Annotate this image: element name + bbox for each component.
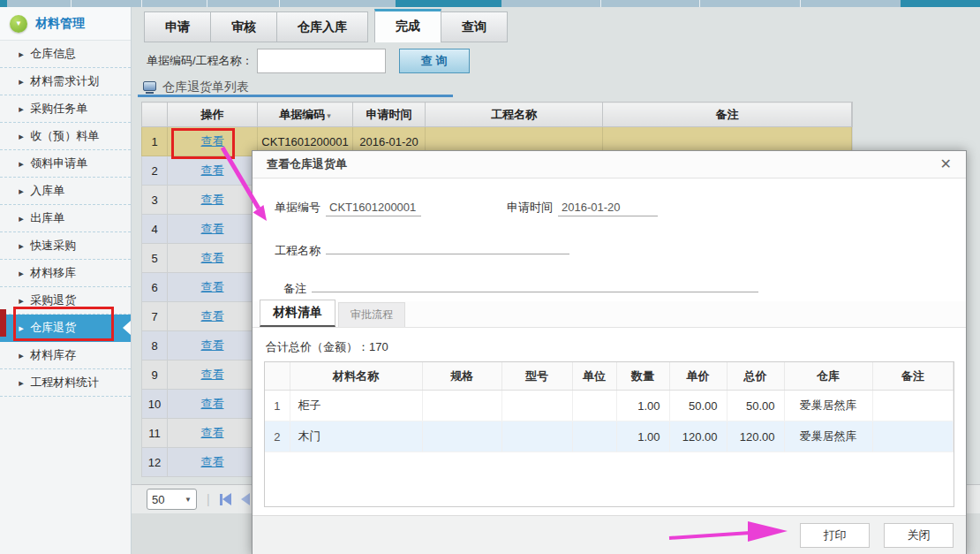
tab-0[interactable]: 申请 [144, 11, 211, 42]
material-cell [572, 421, 616, 452]
sidebar-header[interactable]: ▼ 材料管理 [0, 7, 131, 41]
row-number: 12 [142, 448, 168, 477]
sidebar-item-5[interactable]: ▶入库单 [0, 178, 131, 205]
sidebar-item-2[interactable]: ▶采购任务单 [0, 95, 131, 123]
sidebar-item-label: 快速采购 [30, 238, 76, 254]
sidebar-item-4[interactable]: ▶领料申请单 [0, 150, 131, 178]
sidebar-item-3[interactable]: ▶收（预）料单 [0, 123, 131, 150]
select-caret-icon: ▼ [185, 496, 192, 504]
row-number: 3 [142, 186, 168, 215]
row-number: 10 [142, 390, 168, 419]
material-col-4: 单位 [572, 362, 616, 391]
material-cell: 50.00 [669, 391, 727, 421]
dialog-titlebar: 查看仓库退货单 ✕ [253, 151, 966, 178]
sidebar-item-9[interactable]: ▶采购退货 [0, 287, 131, 315]
sidebar-item-label: 仓库信息 [30, 46, 76, 62]
field-project-name: 工程名称 [275, 239, 569, 259]
item-caret-icon: ▶ [19, 50, 24, 57]
item-caret-icon: ▶ [19, 187, 24, 194]
sidebar-item-6[interactable]: ▶出库单 [0, 205, 131, 232]
item-caret-icon: ▶ [19, 133, 24, 140]
sidebar-item-8[interactable]: ▶材料移库 [0, 260, 131, 287]
sidebar-item-label: 工程材料统计 [30, 375, 99, 391]
list-section-header: 仓库退货单列表 [143, 80, 249, 95]
material-table-header: 材料名称规格型号单位数量单价总价仓库备注 [265, 362, 954, 391]
top-strip [0, 0, 980, 7]
sort-caret-icon: ▾ [327, 111, 331, 120]
view-return-order-dialog: 查看仓库退货单 ✕ 单据编号 CKT1601200001 申请时间 2016-0… [252, 150, 967, 554]
material-cell: 爱巢居然库 [784, 421, 872, 452]
view-link[interactable]: 查看 [201, 455, 224, 468]
view-link[interactable]: 查看 [201, 309, 224, 323]
print-button[interactable]: 打印 [800, 523, 870, 548]
view-link[interactable]: 查看 [201, 193, 224, 206]
order-code-value: CKT1601200001 [326, 201, 421, 216]
row-number: 4 [142, 215, 168, 244]
view-link[interactable]: 查看 [201, 222, 224, 235]
tab-3[interactable]: 完成 [374, 9, 441, 42]
annotation-red-strip [0, 309, 6, 337]
sidebar-item-11[interactable]: ▶材料库存 [0, 342, 131, 369]
material-cell: 120.00 [669, 421, 727, 452]
view-link[interactable]: 查看 [201, 426, 224, 439]
material-cell [572, 391, 616, 421]
material-col-3: 型号 [501, 362, 572, 391]
sidebar-item-label: 材料库存 [30, 347, 76, 363]
total-amount-text: 合计总价（金额）：170 [266, 339, 388, 355]
material-cell: 柜子 [290, 391, 422, 421]
query-button[interactable]: 查 询 [399, 49, 470, 73]
sidebar-item-label: 采购任务单 [30, 101, 87, 117]
field-order-code: 单据编号 CKT1601200001 [275, 200, 421, 216]
field-apply-time: 申请时间 2016-01-20 [507, 200, 658, 216]
dialog-footer: 打印 关闭 [253, 515, 966, 554]
material-col-9: 备注 [872, 362, 954, 391]
sidebar-item-label: 领料申请单 [30, 156, 87, 171]
sidebar-item-12[interactable]: ▶工程材料统计 [0, 369, 131, 397]
material-cell [422, 391, 501, 421]
sidebar-menu: ▶仓库信息▶材料需求计划▶采购任务单▶收（预）料单▶领料申请单▶入库单▶出库单▶… [0, 41, 131, 397]
sidebar: ▼ 材料管理 ▶仓库信息▶材料需求计划▶采购任务单▶收（预）料单▶领料申请单▶入… [0, 7, 132, 554]
page-size-select[interactable]: 50 ▼ [147, 489, 197, 510]
item-caret-icon: ▶ [19, 242, 24, 249]
first-page-icon[interactable] [220, 493, 231, 505]
project-name-value [326, 239, 569, 254]
item-caret-icon: ▶ [19, 297, 24, 304]
dialog-tab-0[interactable]: 材料清单 [260, 300, 335, 327]
tab-2[interactable]: 仓库入库 [277, 11, 368, 42]
top-strip-teal-segment [396, 0, 501, 7]
material-cell [422, 421, 501, 452]
dialog-tab-1[interactable]: 审批流程 [338, 302, 405, 327]
view-link[interactable]: 查看 [201, 134, 224, 148]
col-code[interactable]: 单据编码▾ [258, 102, 353, 127]
sidebar-item-label: 采购退货 [30, 292, 76, 308]
col-action: 操作 [168, 102, 258, 127]
sidebar-item-1[interactable]: ▶材料需求计划 [0, 68, 131, 95]
view-link[interactable]: 查看 [201, 251, 224, 264]
col-remark: 备注 [603, 102, 852, 127]
row-number: 11 [142, 419, 168, 448]
close-icon[interactable]: ✕ [940, 157, 952, 171]
view-link[interactable]: 查看 [201, 368, 224, 381]
collapse-icon[interactable]: ▼ [10, 15, 27, 33]
dialog-title: 查看仓库退货单 [267, 156, 347, 172]
view-link[interactable]: 查看 [201, 163, 224, 177]
section-underline [138, 95, 453, 97]
sidebar-item-10[interactable]: ▶仓库退货 [0, 315, 131, 342]
top-strip-teal-segment [901, 0, 980, 7]
material-cell: 2 [265, 421, 290, 452]
field-remark: 备注 [283, 277, 758, 297]
monitor-icon [143, 81, 156, 91]
search-input[interactable] [257, 49, 386, 73]
view-link[interactable]: 查看 [201, 280, 224, 293]
sidebar-item-label: 仓库退货 [30, 320, 76, 336]
sidebar-item-7[interactable]: ▶快速采购 [0, 232, 131, 260]
sidebar-item-0[interactable]: ▶仓库信息 [0, 41, 131, 68]
sidebar-item-label: 收（预）料单 [30, 128, 99, 144]
view-link[interactable]: 查看 [201, 338, 224, 352]
item-caret-icon: ▶ [19, 379, 24, 386]
close-button[interactable]: 关闭 [884, 523, 954, 548]
tab-4[interactable]: 查询 [441, 11, 508, 42]
prev-page-icon[interactable] [241, 493, 250, 505]
view-link[interactable]: 查看 [201, 397, 224, 410]
tab-1[interactable]: 审核 [211, 11, 277, 42]
